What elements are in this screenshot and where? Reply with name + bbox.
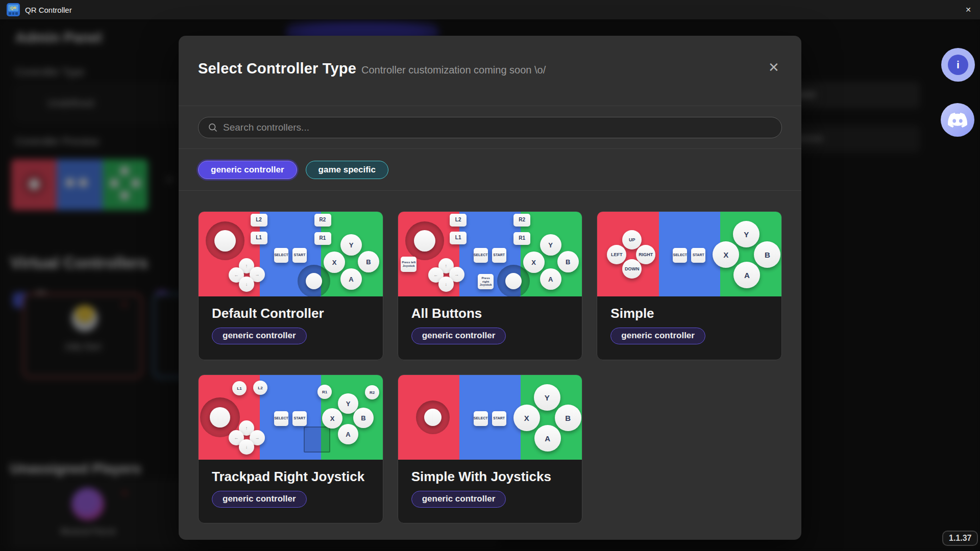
card-tag: generic controller	[411, 491, 506, 508]
select-button: SELECT	[474, 248, 488, 263]
modal-close-button[interactable]: ✕	[763, 56, 785, 79]
modal-subtitle: Controller customization coming soon \o/	[361, 64, 546, 76]
start-button: START	[292, 411, 307, 426]
a-button: A	[733, 262, 760, 288]
controller-card-simple-with-joysticks[interactable]: SELECTSTARTYXBASimple With Joysticksgene…	[398, 374, 583, 523]
r1-button: R1	[317, 385, 332, 399]
search-icon	[208, 122, 218, 133]
controller-card-default-controller[interactable]: ↑←→↓L2L1SELECTSTARTR2R1YXBADefault Contr…	[198, 211, 383, 360]
modal-header: Select Controller Type Controller custom…	[179, 36, 801, 106]
start-button: START	[292, 248, 307, 263]
right-joystick	[298, 265, 330, 296]
r2-button: R2	[314, 214, 331, 227]
controller-card-simple[interactable]: UPLEFTRIGHTDOWNSELECTSTARTYXBASimplegene…	[597, 211, 782, 360]
controller-card-trackpad-right-joystick[interactable]: L1L2↑←→↓SELECTSTARTR1R2YXBATrackpad Righ…	[198, 374, 383, 523]
card-title: Trackpad Right Joystick	[212, 469, 370, 485]
l2-button: L2	[253, 381, 267, 395]
modal-title: Select Controller Type	[198, 60, 356, 77]
r1-button: R1	[513, 232, 530, 245]
r2-button: R2	[513, 214, 530, 227]
search-bar[interactable]	[198, 117, 782, 138]
press-right-joystick-button: Press right Joystick	[478, 274, 494, 289]
select-button: SELECT	[274, 248, 288, 263]
window-titlebar: QR QR Controller ✕	[0, 0, 980, 19]
controller-layout-preview: ↑←→↓L2L1SELECTSTARTR2R1YXBA	[199, 212, 383, 296]
controller-layout-preview: SELECTSTARTYXBA	[398, 375, 582, 460]
select-button: SELECT	[274, 411, 288, 426]
b-button: B	[557, 251, 579, 272]
app-icon: QR	[7, 3, 20, 16]
left-joystick	[416, 400, 450, 434]
controller-layout-preview: Press left Joystick↑←→↓L2L1SELECTSTARTPr…	[398, 212, 582, 296]
start-button: START	[492, 248, 506, 263]
controller-card-all-buttons[interactable]: Press left Joystick↑←→↓L2L1SELECTSTARTPr…	[398, 211, 583, 360]
b-button: B	[555, 405, 581, 431]
select-button: SELECT	[673, 248, 687, 263]
window-close-button[interactable]: ✕	[957, 0, 980, 19]
dpad-down: ↓	[239, 439, 254, 455]
x-button: X	[513, 405, 540, 431]
x-button: X	[324, 252, 345, 273]
press-left-joystick-button: Press left Joystick	[401, 257, 416, 272]
b-button: B	[358, 251, 379, 272]
y-button: Y	[540, 234, 561, 256]
filter-chip-generic-controller[interactable]: generic controller	[198, 161, 297, 179]
a-button: A	[340, 268, 362, 290]
l1-button: L1	[450, 232, 467, 244]
info-button[interactable]: i	[941, 48, 975, 82]
a-button: A	[534, 425, 561, 452]
start-button: START	[691, 248, 705, 263]
select-button: SELECT	[474, 411, 488, 426]
y-button: Y	[733, 221, 760, 247]
search-input[interactable]	[223, 122, 772, 133]
controller-card-grid: ↑←→↓L2L1SELECTSTARTR2R1YXBADefault Contr…	[179, 191, 801, 540]
card-tag: generic controller	[212, 328, 307, 344]
blue-section	[659, 212, 720, 296]
card-tag: generic controller	[610, 328, 705, 344]
dpad-down: ↓	[438, 277, 454, 292]
l1-button: L1	[251, 232, 267, 244]
l1-button: L1	[232, 381, 247, 395]
a-button: A	[540, 268, 561, 290]
card-title: Default Controller	[212, 306, 370, 321]
x-button: X	[322, 408, 342, 429]
filter-chips: generic controllergame specific	[179, 149, 801, 191]
b-button: B	[754, 241, 780, 268]
version-badge: 1.1.37	[942, 531, 978, 546]
card-tag: generic controller	[411, 328, 506, 344]
right-joystick	[497, 265, 530, 296]
card-title: Simple	[610, 306, 768, 321]
x-button: X	[713, 241, 739, 268]
r2-button: R2	[365, 385, 379, 399]
card-tag: generic controller	[212, 491, 307, 508]
discord-button[interactable]	[941, 103, 974, 137]
filter-chip-game-specific[interactable]: game specific	[306, 161, 388, 179]
x-button: X	[523, 252, 545, 273]
b-button: B	[353, 408, 374, 428]
left-joystick	[405, 221, 444, 260]
left-joystick	[206, 221, 244, 260]
discord-icon	[948, 113, 967, 128]
search-section	[179, 106, 801, 149]
info-icon: i	[948, 55, 968, 75]
start-button: START	[492, 411, 506, 426]
l2-button: L2	[251, 214, 267, 227]
dpad-down: ↓	[239, 277, 254, 292]
y-button: Y	[534, 384, 560, 411]
a-button: A	[338, 424, 358, 444]
r1-button: R1	[314, 232, 331, 245]
select-controller-type-modal: Select Controller Type Controller custom…	[179, 36, 801, 540]
blue-section	[459, 375, 521, 460]
l2-button: L2	[450, 214, 467, 227]
controller-layout-preview: L1L2↑←→↓SELECTSTARTR1R2YXBA	[199, 375, 383, 460]
controller-layout-preview: UPLEFTRIGHTDOWNSELECTSTARTYXBA	[597, 212, 781, 296]
card-title: All Buttons	[411, 306, 569, 321]
app-title: QR Controller	[25, 6, 72, 14]
y-button: Y	[340, 234, 362, 256]
trackpad	[304, 427, 330, 453]
card-title: Simple With Joysticks	[411, 469, 569, 485]
